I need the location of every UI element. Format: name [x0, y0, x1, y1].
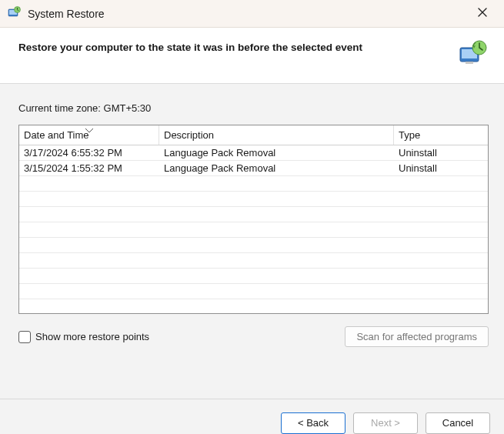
cell-date: 3/17/2024 6:55:32 PM — [19, 147, 159, 159]
sort-descending-icon — [85, 125, 93, 135]
show-more-checkbox[interactable]: Show more restore points — [18, 331, 149, 343]
table-body: 3/17/2024 6:55:32 PM Language Pack Remov… — [19, 145, 488, 314]
scan-affected-label: Scan for affected programs — [356, 331, 477, 342]
checkbox-box-icon — [18, 331, 31, 343]
next-button[interactable]: Next > — [353, 412, 418, 434]
restore-hero-icon — [458, 38, 489, 69]
column-header-type[interactable]: Type — [394, 125, 488, 145]
show-more-label: Show more restore points — [35, 331, 149, 342]
table-row-empty — [19, 192, 488, 207]
table-row-empty — [19, 207, 488, 222]
cell-type: Uninstall — [394, 147, 488, 159]
cell-description: Language Pack Removal — [159, 147, 394, 159]
close-icon — [478, 8, 487, 19]
titlebar-left: System Restore — [8, 5, 105, 22]
column-header-type-label: Type — [399, 129, 420, 141]
timezone-label: Current time zone: GMT+5:30 — [18, 102, 489, 114]
table-row-empty — [19, 238, 488, 253]
table-header: Date and Time Description Type — [19, 125, 488, 145]
svg-rect-5 — [466, 62, 473, 64]
next-button-label: Next > — [371, 417, 400, 429]
table-row-empty — [19, 269, 488, 284]
titlebar: System Restore — [0, 0, 504, 28]
restore-points-table[interactable]: Date and Time Description Type 3/17/2024… — [18, 125, 489, 314]
wizard-header: Restore your computer to the state it wa… — [0, 28, 504, 83]
cancel-button-label: Cancel — [442, 417, 473, 429]
window-title: System Restore — [28, 8, 105, 20]
column-header-description[interactable]: Description — [159, 125, 394, 145]
column-header-date-label: Date and Time — [24, 129, 89, 141]
back-button[interactable]: < Back — [281, 412, 345, 434]
column-header-description-label: Description — [164, 129, 214, 141]
cancel-button[interactable]: Cancel — [426, 412, 490, 434]
table-row-empty — [19, 299, 488, 314]
wizard-footer: < Back Next > Cancel — [0, 399, 504, 434]
cell-type: Uninstall — [394, 162, 488, 174]
cell-date: 3/15/2024 1:55:32 PM — [19, 162, 159, 174]
below-table-controls: Show more restore points Scan for affect… — [18, 326, 489, 347]
cell-description: Language Pack Removal — [159, 162, 394, 174]
table-row-empty — [19, 284, 488, 299]
close-button[interactable] — [466, 3, 499, 25]
table-row-empty — [19, 253, 488, 269]
page-heading: Restore your computer to the state it wa… — [18, 38, 362, 53]
table-row-empty — [19, 176, 488, 192]
back-button-label: < Back — [298, 417, 329, 429]
wizard-body: Current time zone: GMT+5:30 Date and Tim… — [0, 83, 504, 399]
table-row[interactable]: 3/15/2024 1:55:32 PM Language Pack Remov… — [19, 161, 488, 176]
app-icon — [8, 5, 22, 22]
column-header-date[interactable]: Date and Time — [19, 125, 159, 145]
table-row[interactable]: 3/17/2024 6:55:32 PM Language Pack Remov… — [19, 145, 488, 161]
scan-affected-button[interactable]: Scan for affected programs — [345, 326, 489, 347]
table-row-empty — [19, 222, 488, 238]
